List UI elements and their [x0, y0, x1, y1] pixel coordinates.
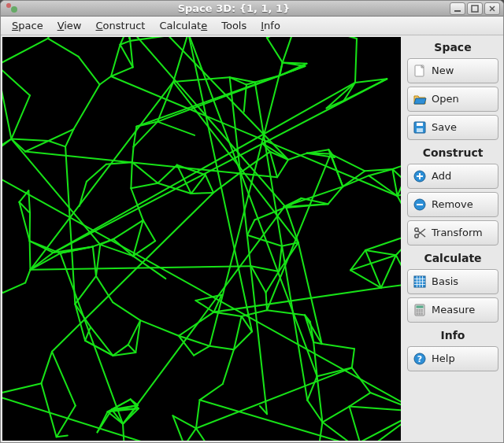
svg-line-215 — [79, 57, 100, 85]
open-button[interactable]: Open — [407, 87, 498, 112]
svg-line-200 — [48, 37, 80, 39]
folder-open-icon — [413, 92, 427, 106]
svg-line-232 — [96, 245, 100, 276]
svg-line-189 — [123, 424, 126, 441]
svg-rect-282 — [417, 128, 423, 132]
svg-line-155 — [25, 141, 49, 152]
menu-tools[interactable]: Tools — [215, 17, 253, 34]
svg-line-231 — [93, 246, 96, 275]
svg-line-183 — [350, 406, 363, 441]
svg-line-233 — [350, 393, 371, 406]
svg-line-223 — [322, 406, 349, 422]
svg-line-77 — [158, 121, 195, 135]
menu-view[interactable]: View — [51, 17, 88, 34]
svg-line-105 — [30, 241, 54, 253]
svg-line-23 — [206, 175, 213, 193]
svg-line-173 — [396, 233, 401, 256]
svg-rect-306 — [421, 311, 423, 312]
svg-line-194 — [2, 138, 11, 150]
titlebar: Space 3D: {1, 1, 1} — [1, 1, 503, 17]
svg-line-157 — [2, 65, 30, 95]
help-button[interactable]: ?Help — [407, 346, 498, 371]
menu-construct[interactable]: Construct — [90, 17, 152, 34]
svg-line-158 — [11, 95, 30, 138]
svg-rect-300 — [417, 305, 424, 308]
svg-point-1 — [11, 6, 17, 13]
svg-rect-305 — [419, 311, 421, 312]
svg-line-114 — [111, 67, 133, 76]
window-controls — [450, 2, 500, 15]
svg-line-266 — [52, 352, 76, 406]
save-button[interactable]: Save — [407, 115, 498, 140]
svg-line-133 — [352, 349, 354, 367]
measure-button[interactable]: Measure — [407, 297, 498, 323]
minus-circle-icon — [413, 198, 427, 212]
basis-button[interactable]: Basis — [407, 269, 498, 294]
svg-line-130 — [365, 233, 401, 250]
sidebar: SpaceNewOpenSaveConstructAddRemoveTransf… — [402, 35, 503, 442]
svg-line-20 — [131, 183, 158, 188]
svg-line-136 — [307, 376, 317, 400]
svg-line-60 — [234, 316, 242, 349]
close-button[interactable] — [484, 2, 500, 15]
svg-line-185 — [312, 422, 322, 441]
svg-line-41 — [96, 276, 113, 302]
svg-line-118 — [173, 77, 230, 82]
app-window: Space 3D: {1, 1, 1} SpaceViewConstructCa… — [0, 0, 504, 443]
svg-rect-302 — [419, 309, 421, 311]
svg-line-95 — [196, 400, 200, 428]
svg-line-242 — [267, 38, 283, 62]
svg-line-6 — [251, 266, 279, 271]
svg-line-264 — [111, 76, 398, 196]
viewport-3d[interactable] — [2, 37, 401, 441]
svg-rect-287 — [417, 204, 423, 205]
maximize-button[interactable] — [467, 2, 483, 15]
floppy-save-icon — [413, 120, 427, 135]
svg-line-148 — [2, 271, 3, 293]
svg-line-222 — [322, 344, 354, 349]
svg-line-27 — [213, 173, 239, 193]
svg-line-214 — [100, 76, 111, 84]
minimize-button[interactable] — [450, 2, 465, 15]
svg-line-193 — [2, 383, 41, 395]
transform-button[interactable]: Transform — [407, 220, 498, 245]
svg-rect-307 — [417, 313, 418, 315]
svg-line-276 — [61, 253, 123, 424]
new-button[interactable]: New — [407, 58, 498, 83]
grid-blue-icon — [413, 275, 427, 289]
svg-line-188 — [184, 428, 196, 441]
open-label: Open — [432, 93, 459, 105]
svg-text:?: ? — [417, 354, 422, 364]
svg-line-202 — [283, 37, 295, 62]
remove-button[interactable]: Remove — [407, 192, 498, 217]
wireframe-canvas — [2, 37, 401, 441]
section-title-construct: Construct — [407, 143, 498, 161]
menu-calculate[interactable]: Calculate — [153, 17, 213, 34]
menubar: SpaceViewConstructCalculateToolsInfo — [1, 17, 503, 35]
svg-line-63 — [128, 345, 136, 353]
calculator-icon — [413, 303, 427, 317]
svg-line-40 — [113, 302, 140, 320]
svg-line-168 — [327, 100, 344, 108]
svg-line-72 — [80, 182, 87, 206]
file-new-icon — [413, 64, 427, 78]
scissors-icon — [413, 226, 427, 240]
plus-circle-icon — [413, 169, 427, 183]
svg-line-260 — [123, 208, 284, 423]
svg-line-154 — [49, 141, 65, 146]
new-label: New — [432, 65, 454, 76]
menu-info[interactable]: Info — [254, 17, 287, 34]
svg-rect-281 — [417, 123, 423, 126]
svg-line-17 — [131, 188, 143, 220]
content-area: SpaceNewOpenSaveConstructAddRemoveTransf… — [1, 35, 503, 442]
add-button[interactable]: Add — [407, 164, 498, 189]
svg-line-45 — [132, 146, 134, 162]
menu-space[interactable]: Space — [6, 17, 50, 34]
svg-line-26 — [191, 193, 213, 194]
svg-line-57 — [267, 310, 305, 315]
svg-line-37 — [140, 320, 179, 336]
svg-rect-308 — [419, 313, 421, 315]
svg-line-61 — [223, 349, 234, 384]
svg-line-204 — [355, 39, 357, 83]
section-title-space: Space — [407, 38, 498, 55]
